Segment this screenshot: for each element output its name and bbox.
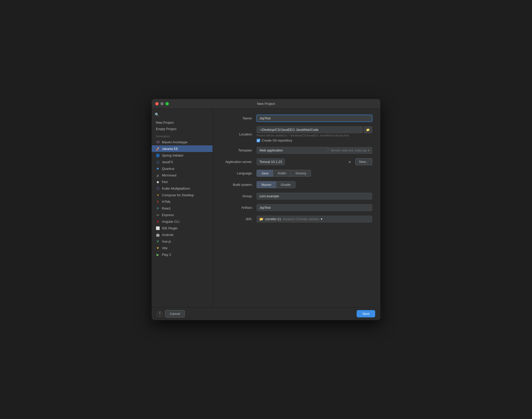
name-row: Name: — [221, 115, 372, 122]
javafx-icon: ◻ — [156, 160, 160, 164]
jdk-row: JDK: 📂 corretto-11 Amazon Corretto versi… — [221, 216, 372, 222]
quarkus-label: Quarkus — [162, 167, 174, 171]
sidebar-item-maven[interactable]: 𝕄 Maven Archetype — [152, 139, 213, 145]
language-groovy-button[interactable]: Groovy — [291, 170, 311, 177]
cancel-button[interactable]: Cancel — [165, 310, 185, 317]
android-label: Android — [162, 233, 173, 237]
language-row: Language: Java Kotlin Groovy — [221, 170, 372, 177]
empty-project-label: Empty Project — [156, 127, 176, 131]
jdk-select[interactable]: 📂 corretto-11 Amazon Corretto version ▾ — [257, 216, 372, 222]
sidebar-item-express[interactable]: ex Express — [152, 212, 213, 218]
group-control — [257, 193, 372, 200]
create-git-label: Create Git repository — [262, 138, 292, 142]
build-control: Maven Gradle — [257, 181, 372, 188]
sidebar-item-micronaut[interactable]: μ Micronaut — [152, 172, 213, 178]
spring-icon: 🌀 — [156, 153, 160, 157]
create-git-checkbox[interactable] — [257, 139, 260, 142]
content-area: 🔍 New Project Empty Project Generators 𝕄… — [152, 109, 380, 307]
ktor-label: Ktor — [162, 180, 168, 184]
html-icon: 5 — [156, 200, 160, 204]
sidebar: 🔍 New Project Empty Project Generators 𝕄… — [152, 109, 213, 307]
artifact-row: Artifact: — [221, 204, 372, 211]
sidebar-item-html[interactable]: 5 HTML — [152, 198, 213, 205]
jakarta-icon: 🚀 — [156, 147, 160, 151]
build-button-group: Maven Gradle — [257, 181, 372, 188]
jdk-hint: Amazon Corretto version — [283, 217, 319, 221]
language-java-button[interactable]: Java — [257, 170, 273, 177]
git-checkbox-row: Create Git repository — [257, 138, 372, 142]
jdk-control: 📂 corretto-11 Amazon Corretto version ▾ — [257, 216, 372, 222]
javafx-label: JavaFX — [162, 160, 173, 164]
language-control: Java Kotlin Groovy — [257, 170, 372, 177]
group-label: Group: — [221, 194, 257, 198]
maven-label: Maven Archetype — [162, 140, 187, 144]
location-row: Location: 📁 Project will be created in: … — [221, 126, 372, 142]
close-button[interactable] — [155, 102, 159, 105]
sidebar-item-angular[interactable]: A Angular CLI — [152, 218, 213, 225]
build-maven-button[interactable]: Maven — [257, 181, 276, 188]
maximize-button[interactable] — [165, 102, 169, 105]
sidebar-item-react[interactable]: ⚛ React — [152, 205, 213, 212]
sidebar-item-spring[interactable]: 🌀 Spring Initializr — [152, 152, 213, 159]
group-input[interactable] — [257, 193, 372, 200]
build-system-row: Build system: Maven Gradle — [221, 181, 372, 188]
html-label: HTML — [162, 200, 171, 204]
artifact-label: Artifact: — [221, 206, 257, 210]
name-label: Name: — [221, 116, 257, 120]
angular-label: Angular CLI — [162, 220, 179, 224]
language-kotlin-button[interactable]: Kotlin — [273, 170, 291, 177]
sidebar-item-play2[interactable]: ▶ Play 2 — [152, 251, 213, 258]
app-server-label: Application server: — [221, 160, 257, 164]
group-row: Group: — [221, 193, 372, 200]
sidebar-item-ktor[interactable]: ◆ Ktor — [152, 178, 213, 185]
location-input[interactable] — [257, 126, 363, 133]
sidebar-item-javafx[interactable]: ◻ JavaFX — [152, 159, 213, 165]
artifact-control — [257, 204, 372, 211]
react-label: React — [162, 206, 171, 210]
sidebar-item-jakarta-ee[interactable]: 🚀 Jakarta EE — [152, 145, 213, 152]
sidebar-item-vue[interactable]: V Vue.js — [152, 238, 213, 245]
help-button[interactable]: ? — [157, 311, 162, 317]
language-label: Language: — [221, 171, 257, 175]
footer-left: ? Cancel — [157, 310, 185, 317]
play2-label: Play 2 — [162, 253, 171, 257]
micronaut-label: Micronaut — [162, 173, 176, 177]
minimize-button[interactable] — [160, 102, 164, 105]
build-gradle-button[interactable]: Gradle — [276, 181, 296, 188]
build-label: Build system: — [221, 183, 257, 187]
template-control: Web application Servlet, web.xml, index.… — [257, 147, 372, 154]
name-input[interactable] — [257, 115, 372, 122]
server-select[interactable]: Tomcat 10.1.23 — [257, 158, 285, 165]
sidebar-item-kotlin-mp[interactable]: ⬡ Kotlin Multiplatform — [152, 185, 213, 192]
new-project-label: New Project — [156, 121, 174, 124]
ide-plugin-label: IDE Plugin — [162, 226, 177, 230]
sidebar-item-empty-project[interactable]: Empty Project — [152, 126, 213, 132]
next-button[interactable]: Next — [357, 310, 375, 317]
sidebar-item-vite[interactable]: ▼ Vite — [152, 245, 213, 251]
new-project-dialog: New Project 🔍 New Project Empty Project … — [151, 99, 381, 320]
vite-icon: ▼ — [156, 246, 160, 250]
compose-label: Compose for Desktop — [162, 193, 194, 197]
spring-label: Spring Initializr — [162, 153, 184, 157]
react-icon: ⚛ — [156, 206, 160, 210]
window-controls — [155, 102, 169, 105]
window-title: New Project — [257, 102, 275, 106]
sidebar-item-quarkus[interactable]: ❖ Quarkus — [152, 165, 213, 172]
ide-plugin-icon: ⬜ — [156, 226, 160, 230]
sidebar-item-ide-plugin[interactable]: ⬜ IDE Plugin — [152, 225, 213, 231]
ktor-icon: ◆ — [156, 180, 160, 184]
sidebar-item-compose[interactable]: ✦ Compose for Desktop — [152, 192, 213, 198]
footer: ? Cancel Next — [152, 307, 380, 320]
browse-button[interactable]: 📁 — [364, 127, 372, 133]
sidebar-item-android[interactable]: 🤖 Android — [152, 231, 213, 238]
quarkus-icon: ❖ — [156, 166, 160, 171]
template-value[interactable]: Web application — [257, 147, 328, 154]
artifact-input[interactable] — [257, 204, 372, 211]
vue-label: Vue.js — [162, 240, 171, 243]
server-select-row: Tomcat 10.1.23 New... — [257, 158, 372, 165]
micronaut-icon: μ — [156, 173, 160, 177]
sidebar-item-new-project[interactable]: New Project — [152, 119, 213, 126]
template-select-row: Web application Servlet, web.xml, index.… — [257, 147, 372, 154]
new-server-button[interactable]: New... — [355, 158, 372, 165]
kotlin-mp-icon: ⬡ — [156, 186, 160, 190]
